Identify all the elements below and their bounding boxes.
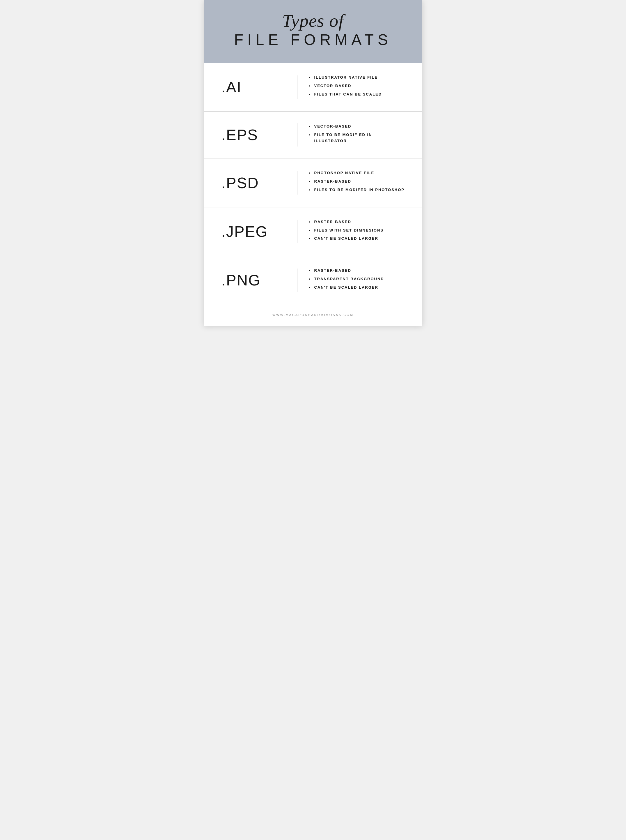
list-item: PHOTOSHOP NATIVE FILE (309, 170, 405, 176)
footer-url: www.MACARONSANDMIMOSAS.com (272, 313, 354, 317)
format-divider (297, 268, 297, 292)
format-row: .AIILLUSTRATOR NATIVE FILEVECTOR-BASEDFI… (204, 63, 422, 111)
list-item: VECTOR-BASED (309, 83, 405, 89)
format-label: .PSD (221, 174, 285, 192)
format-label: .JPEG (221, 223, 285, 240)
format-divider (297, 75, 297, 99)
format-row: .JPEGRASTER-BASEDFILES WITH SET DIMNESIO… (204, 207, 422, 256)
list-item: CAN'T BE SCALED LARGER (309, 284, 405, 290)
list-item: FILES TO BE MODIFED IN PHOTOSHOP (309, 187, 405, 193)
format-divider (297, 220, 297, 243)
list-item: FILES THAT CAN BE SCALED (309, 91, 405, 97)
header-main-title: FILE FORMATS (221, 31, 405, 48)
list-item: RASTER-BASED (309, 179, 405, 185)
header: Types of FILE FORMATS (204, 0, 422, 63)
list-item: CAN'T BE SCALED LARGER (309, 236, 405, 242)
format-details: RASTER-BASEDFILES WITH SET DIMNESIONSCAN… (309, 219, 405, 244)
list-item: TRANSPARENT BACKGROUND (309, 276, 405, 282)
format-divider (297, 123, 297, 146)
format-label: .PNG (221, 272, 285, 289)
format-row: .EPSVECTOR-BASEDFILE TO BE MODIFIED IN I… (204, 111, 422, 159)
content: .AIILLUSTRATOR NATIVE FILEVECTOR-BASEDFI… (204, 63, 422, 305)
list-item: ILLUSTRATOR NATIVE FILE (309, 75, 405, 81)
format-label: .AI (221, 79, 285, 96)
list-item: VECTOR-BASED (309, 124, 405, 130)
list-item: FILE TO BE MODIFIED IN ILLUSTRATOR (309, 132, 405, 144)
format-details: PHOTOSHOP NATIVE FILERASTER-BASEDFILES T… (309, 170, 405, 195)
format-row: .PNGRASTER-BASEDTRANSPARENT BACKGROUNDCA… (204, 256, 422, 305)
header-script-title: Types of (221, 12, 405, 30)
format-details: VECTOR-BASEDFILE TO BE MODIFIED IN ILLUS… (309, 124, 405, 146)
list-item: RASTER-BASED (309, 219, 405, 225)
format-row: .PSDPHOTOSHOP NATIVE FILERASTER-BASEDFIL… (204, 159, 422, 207)
format-details: RASTER-BASEDTRANSPARENT BACKGROUNDCAN'T … (309, 268, 405, 293)
format-divider (297, 171, 297, 195)
list-item: FILES WITH SET DIMNESIONS (309, 228, 405, 234)
footer: www.MACARONSANDMIMOSAS.com (204, 305, 422, 326)
format-details: ILLUSTRATOR NATIVE FILEVECTOR-BASEDFILES… (309, 75, 405, 100)
format-label: .EPS (221, 126, 285, 144)
page: Types of FILE FORMATS .AIILLUSTRATOR NAT… (204, 0, 422, 326)
list-item: RASTER-BASED (309, 268, 405, 274)
